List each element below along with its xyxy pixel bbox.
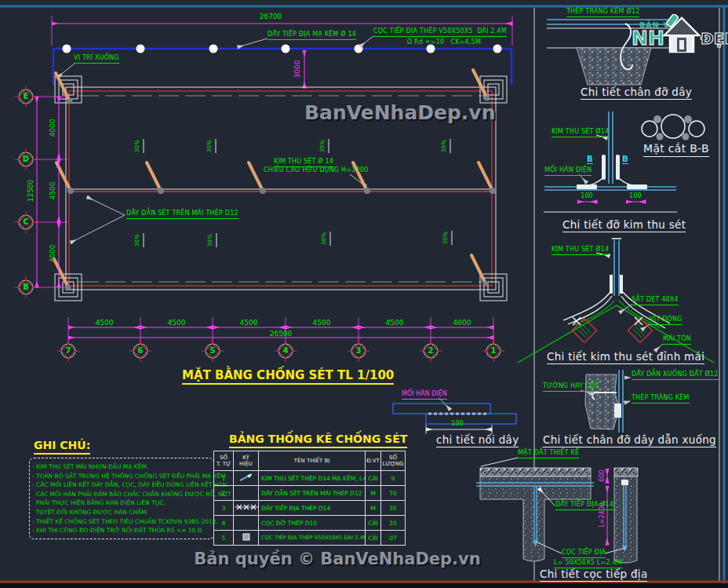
slope-label: 30% bbox=[442, 140, 448, 152]
copyright-text: Bản quyền © BanVeNhaDep.vn bbox=[180, 550, 494, 568]
cell-stt: 5 bbox=[214, 531, 234, 546]
d6-dim-600: 600 bbox=[599, 469, 606, 481]
dim-col-total: 26500 bbox=[270, 330, 293, 338]
cell-unit: CÁI bbox=[366, 531, 381, 546]
dim-3000: 3000 bbox=[293, 60, 301, 79]
table-row: 4 CỌC ĐỠ THÉP D10 CÁI 20 bbox=[214, 516, 406, 531]
statistics-table: SỐ T. TỰ KÝ HIỆU TÊN THIẾT BỊ Đ.VT SỐ LƯ… bbox=[213, 451, 406, 546]
cell-stt: 3 bbox=[214, 501, 234, 516]
air-rod-height-label: CHIỀU CAO HỮU DỤNG H=1200 bbox=[264, 167, 368, 174]
center-watermark: BanVeNhaDep.vn bbox=[304, 101, 495, 124]
grid-bubble-5: 5 bbox=[210, 346, 216, 355]
grid-bubble-1: 1 bbox=[491, 346, 497, 355]
d3-title: Chi tiết kim thu sét đỉnh mái bbox=[547, 351, 704, 364]
d6-title: Chi tiết cọc tiếp địa bbox=[540, 568, 647, 582]
d4-down-label: DÂY DẪN XUỐNG ĐẤT Ø12 bbox=[632, 371, 719, 380]
cell-unit: CÁI bbox=[366, 471, 381, 486]
grid-bubble-B: B bbox=[23, 283, 29, 291]
ground-wire-symbol-icon bbox=[234, 501, 259, 516]
note-item: CÁC MỐI HÀN PHẢI ĐẢM BẢO CHẮC CHẮN KHÔNG… bbox=[32, 490, 209, 499]
table-row: 5 CỌC TIẾP ĐỊA THÉP V50X50X5 DÀI 2.4M CÁ… bbox=[214, 531, 406, 546]
bb-title: Mặt cắt B-B bbox=[643, 143, 709, 157]
slope-label: 30% bbox=[443, 232, 450, 244]
grid-bubble-D: D bbox=[23, 155, 29, 163]
d3-flat-label: SẮT DẸT 40X4 bbox=[632, 297, 679, 305]
ground-rod-label: CỌC TIẾP ĐỊA THÉP V50X50X5 DÀI 2.4M bbox=[373, 28, 507, 37]
grid-bubble-6: 6 bbox=[138, 346, 144, 355]
down-position-label: VỊ TRÍ XUỐNG bbox=[74, 55, 119, 64]
cad-drawing-canvas: 26700 DÂY TIẾP ĐỊA MẠ KẼM Ø 14 CỌC TIẾP … bbox=[0, 0, 728, 588]
dim-row: 4500 bbox=[49, 182, 56, 200]
dim-row-total: 12500 bbox=[27, 180, 35, 203]
dim-top-total: 26700 bbox=[260, 13, 282, 20]
d6-dim-L2400: L=2400 bbox=[599, 502, 606, 528]
grid-bubble-3: 3 bbox=[356, 346, 362, 355]
notes-list: - KIM THU SÉT MÀI NHỌN ĐẦU MẠ KẼM. - TOÀ… bbox=[32, 462, 209, 535]
d4-title: Chi tiết chân đỡ dây dẫn xuống bbox=[543, 434, 716, 447]
header-symbol: KÝ HIỆU bbox=[234, 451, 259, 471]
d6-ground-label: MẶT ĐẤT THIẾT KẾ bbox=[518, 450, 579, 458]
slope-label: 30% bbox=[135, 140, 141, 152]
d5-weld-label: MỐI HÀN ĐIỆN bbox=[402, 391, 447, 400]
table-title: BẢNG THỐNG KÊ CHỐNG SÉT bbox=[229, 433, 407, 448]
table-header-row: SỐ T. TỰ KÝ HIỆU TÊN THIẾT BỊ Đ.VT SỐ LƯ… bbox=[214, 451, 406, 471]
slope-label: 30% bbox=[208, 234, 214, 247]
d5-dim-100: 100 bbox=[451, 421, 463, 428]
ground-rod-symbol-icon bbox=[234, 531, 259, 546]
table-row: 3 DÂY TIẾP ĐỊA THÉP D14 M 35 bbox=[214, 501, 406, 516]
d2-weld-label: MỐI HÀN ĐIỆN bbox=[544, 167, 592, 176]
d2-dim-100: 100 bbox=[629, 193, 641, 200]
cell-qty: 35 bbox=[381, 501, 406, 516]
d2-dim-100: 100 bbox=[581, 193, 592, 200]
banvenhadep-logo: BẢN VẼ NH ĐẸP bbox=[624, 13, 726, 57]
d4-steel-label: THÉP TRÁNG KẼM bbox=[632, 395, 690, 404]
cell-unit: M bbox=[366, 501, 381, 516]
cell-unit: M bbox=[366, 486, 381, 501]
d2-section-mark-left: B bbox=[587, 155, 593, 164]
table-row: 2 DÂY DẪN SÉT TRÊN MÁI THÉP D12 M 70 bbox=[214, 486, 406, 501]
grid-bubble-C: C bbox=[23, 217, 28, 226]
dim-col: 4500 bbox=[386, 319, 404, 327]
note-item: - TOÀN BỘ SẮT TRONG HỆ THỐNG CHỐNG SÉT Đ… bbox=[32, 472, 209, 481]
d2-section-mark-right: B bbox=[622, 155, 628, 164]
notes-title: GHI CHÚ: bbox=[34, 440, 90, 455]
d3-rod-label: KIM THU SÉT Ø14 bbox=[551, 247, 609, 255]
logo-dep: ĐẸP bbox=[701, 30, 728, 47]
header-stt: SỐ T. TỰ bbox=[214, 451, 234, 471]
d1-title: Chi tiết chân đỡ dây bbox=[581, 86, 692, 100]
dim-col: 4000 bbox=[453, 319, 471, 327]
header-name: TÊN THIẾT BỊ bbox=[259, 451, 366, 471]
note-item: - CÁC MỐI LIÊN KẾT DÂY DẪN, CỌC, DÂY ĐỀU… bbox=[32, 480, 209, 490]
cell-name: DÂY TIẾP ĐỊA THÉP D14 bbox=[259, 501, 366, 516]
slope-label: 30% bbox=[322, 232, 328, 245]
grid-bubble-4: 4 bbox=[283, 346, 289, 355]
slope-label: 30% bbox=[135, 234, 141, 247]
note-item: TUYỆT ĐỐI KHÔNG ĐƯỢC HÀN CHẤM. bbox=[32, 508, 209, 517]
cell-qty: 70 bbox=[381, 486, 406, 501]
dim-col: 4500 bbox=[313, 319, 331, 327]
note-item: - KHI THI CÔNG ĐO ĐIỆN TRỞ NỐI ĐẤT THỎA … bbox=[32, 526, 209, 535]
slope-label: 30% bbox=[207, 140, 213, 152]
d2-rod-label: KIM THU SÉT Ø14 bbox=[551, 129, 609, 137]
dim-col: 4500 bbox=[96, 319, 114, 327]
cell-name: CỌC ĐỠ THÉP D10 bbox=[259, 516, 366, 531]
d6-rod-label: CỌC TIẾP ĐỊA bbox=[562, 550, 606, 558]
dim-col: 4500 bbox=[168, 319, 186, 327]
note-item: - THIẾT KẾ CHỐNG SÉT THEO TIÊU CHUẨN TCX… bbox=[32, 517, 209, 527]
ground-wire-label: DÂY TIẾP ĐỊA MẠ KẼM Ø 14 bbox=[268, 31, 356, 40]
grid-bubble-2: 2 bbox=[428, 346, 434, 355]
dim-row: 4000 bbox=[49, 245, 56, 263]
d3-roof-label: MÁI TÔN bbox=[663, 336, 691, 345]
note-item: - KIM THU SÉT MÀI NHỌN ĐẦU MẠ KẼM. bbox=[32, 462, 209, 472]
cell-unit: CÁI bbox=[366, 516, 381, 531]
cell-stt: 4 bbox=[214, 516, 234, 531]
cell-name: KIM THU SÉT THÉP D14 MẠ KẼM, L=1.2M bbox=[259, 471, 366, 486]
note-item: PHẢI THỰC HIỆN BẰNG HÀN ĐIỆN LIÊN TỤC. bbox=[32, 499, 209, 508]
d4-wall-label: TƯỜNG HAY CỘT bbox=[543, 383, 599, 392]
kim-thu-set-symbol-icon bbox=[234, 471, 259, 486]
rd-note-label: Ω Rd <=10 CK=4,5M bbox=[407, 39, 481, 46]
slope-label: 30% bbox=[320, 140, 326, 152]
house-icon bbox=[661, 14, 702, 55]
blank-symbol bbox=[234, 516, 259, 531]
d5-title: chi tiết nối dây bbox=[436, 434, 519, 447]
